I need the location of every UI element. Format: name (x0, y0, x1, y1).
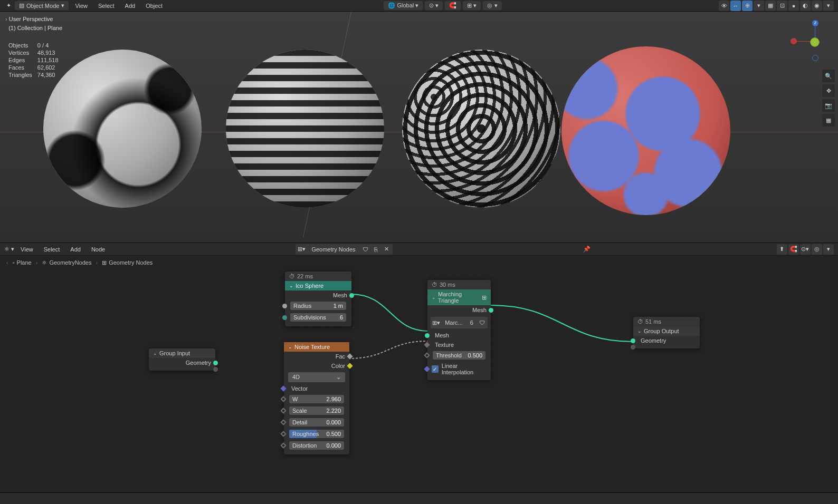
viewport-3d[interactable]: › User Perspective (1) Collection | Plan… (0, 12, 838, 243)
socket-float-field[interactable] (424, 342, 430, 347)
editor-type-icon[interactable]: ✦ (4, 2, 13, 10)
overlay-node-dropdown[interactable]: ▾ (823, 244, 834, 255)
parent-nodetree-icon[interactable]: ⬆ (777, 244, 787, 255)
pin-icon[interactable]: 📌 (583, 246, 591, 253)
menu-add[interactable]: Add (121, 2, 140, 10)
snap-toggle[interactable]: 🧲 (445, 1, 461, 10)
field-roughness[interactable]: Roughnes 0.500 (289, 430, 344, 438)
chevron-left-icon[interactable]: ‹ (6, 259, 8, 266)
snap-node-toggle[interactable]: 🧲 (788, 244, 799, 255)
gizmo-x-handle[interactable] (791, 38, 797, 44)
camera-icon[interactable]: 📷 (822, 99, 835, 112)
node-group-input[interactable]: ⌄ Group Input Geometry (149, 348, 215, 371)
socket-float-field[interactable] (280, 396, 286, 402)
shading-rendered[interactable]: ◉ (812, 1, 822, 11)
shading-material[interactable]: ◐ (800, 1, 811, 11)
group-users[interactable]: 6 (467, 319, 477, 326)
node-title[interactable]: ⌄ Marching Triangle ⊞ (427, 289, 491, 305)
gizmo-y-handle[interactable] (810, 37, 820, 47)
crumb-nodetree[interactable]: ⊞ Geometry Nodes (102, 259, 153, 266)
menu-select[interactable]: Select (94, 2, 119, 10)
socket-virtual[interactable] (631, 345, 635, 350)
node-title[interactable]: ⌄ Group Input (149, 348, 215, 358)
field-radius[interactable]: Radius 1 m (290, 302, 346, 310)
overlay-node-toggle[interactable]: ◎ (812, 244, 822, 255)
node-ico-sphere[interactable]: ⏱ 22 ms ⌄ Ico Sphere Mesh Radius 1 m Sub… (285, 272, 351, 326)
gizmo-neg-z-handle[interactable] (812, 55, 818, 61)
menu-view[interactable]: View (71, 2, 92, 10)
browse-group-icon[interactable]: ⊞▾ (432, 318, 441, 327)
node-noise-texture[interactable]: ⌄ Noise Texture Fac Color 4D ⌄ Vector W … (284, 342, 349, 454)
zoom-icon[interactable]: 🔍 (822, 70, 835, 82)
proportional-toggle[interactable]: ◎ ▾ (483, 1, 501, 10)
field-w[interactable]: W 2.960 (289, 395, 344, 403)
socket-float[interactable] (282, 304, 287, 308)
unlink-nodetree-icon[interactable]: ✕ (382, 245, 392, 254)
shading-dropdown[interactable]: ▾ (823, 1, 834, 11)
field-detail[interactable]: Detail 0.000 (289, 418, 344, 427)
ne-menu-node[interactable]: Node (87, 245, 109, 254)
orientation-selector[interactable]: 🌐 Global ▾ (384, 1, 423, 10)
field-subdivisions[interactable]: Subdivisions 6 (290, 313, 346, 322)
socket-geometry[interactable] (489, 308, 493, 313)
copy-nodetree-icon[interactable]: ⎘ (372, 245, 381, 254)
socket-in-texture: Texture (427, 340, 491, 350)
socket-geometry[interactable] (349, 293, 354, 298)
crumb-label: GeometryNodes (49, 259, 91, 266)
socket-geometry[interactable] (213, 361, 218, 365)
socket-geometry[interactable] (425, 333, 430, 338)
mode-selector[interactable]: ▧ Object Mode ▾ (15, 1, 69, 10)
socket-out-geometry: Geometry (149, 358, 215, 367)
gizmo-z-handle[interactable]: Z (812, 20, 818, 26)
node-group-output[interactable]: ⏱ 51 ms ⌄ Group Output Geometry (633, 317, 700, 348)
field-distortion[interactable]: Distortion 0.000 (289, 441, 344, 450)
ne-menu-view[interactable]: View (16, 245, 37, 254)
node-title[interactable]: ⌄ Ico Sphere (285, 281, 351, 290)
checkbox-linear[interactable]: ✓ (432, 365, 439, 373)
node-editor-canvas[interactable]: ⌄ Group Input Geometry ⏱ 22 ms ⌄ Ico Sph… (0, 269, 838, 504)
nodetree-name[interactable]: Geometry Nodes (307, 245, 359, 254)
socket-color-field[interactable] (347, 363, 353, 369)
node-title[interactable]: ⌄ Group Output (633, 326, 700, 336)
socket-float-field[interactable] (424, 352, 430, 358)
ne-menu-select[interactable]: Select (40, 245, 64, 254)
socket-virtual[interactable] (213, 367, 218, 372)
xray-toggle[interactable]: ▦ (765, 1, 776, 11)
perspective-icon[interactable]: ▦ (822, 114, 835, 127)
socket-float-field[interactable] (280, 442, 286, 448)
socket-float-field[interactable] (280, 419, 286, 425)
gizmo-toggle[interactable]: ↔ (730, 1, 741, 11)
field-threshold[interactable]: Threshold 0.500 (433, 351, 485, 360)
navigation-gizmo[interactable]: Z (795, 22, 835, 62)
nodegroup-edit-icon[interactable]: ⊞ (482, 294, 487, 301)
socket-vector-field[interactable] (280, 385, 286, 391)
field-scale[interactable]: Scale 2.220 (289, 406, 344, 415)
crumb-object[interactable]: ▫ Plane (13, 259, 32, 266)
crumb-modifier[interactable]: ⚛ GeometryNodes (42, 259, 91, 266)
pin-toggle-icon[interactable]: 🛡 (361, 245, 370, 254)
fake-user-icon[interactable]: 🛡 (478, 318, 487, 327)
menu-object[interactable]: Object (141, 2, 167, 10)
snap-node-dropdown[interactable]: ⊙▾ (800, 244, 811, 255)
nodetree-editor-icon[interactable]: ⚛ ▾ (4, 246, 14, 253)
socket-float-field[interactable] (347, 353, 353, 359)
overlay-dropdown[interactable]: ▾ (754, 1, 764, 11)
group-name[interactable]: Marc... (442, 319, 466, 326)
move-icon[interactable]: ✥ (822, 84, 835, 97)
shading-wireframe[interactable]: ⊡ (777, 1, 787, 11)
pivot-selector[interactable]: ⊙ ▾ (425, 1, 443, 10)
visibility-toggle-1[interactable]: 👁 (719, 1, 729, 11)
ne-menu-add[interactable]: Add (66, 245, 85, 254)
browse-nodetree-button[interactable]: ⊞▾ (297, 245, 306, 254)
socket-float-field[interactable] (280, 408, 286, 413)
snap-selector[interactable]: ⊞ ▾ (463, 1, 481, 10)
node-title[interactable]: ⌄ Noise Texture (284, 342, 349, 352)
socket-int[interactable] (282, 315, 287, 320)
shading-solid[interactable]: ● (788, 1, 799, 11)
socket-bool-field[interactable] (424, 366, 430, 372)
overlay-toggle[interactable]: ⊕ (742, 1, 753, 11)
node-marching-triangles[interactable]: ⏱ 30 ms ⌄ Marching Triangle ⊞ Mesh ⊞▾ Ma… (427, 280, 491, 380)
field-dimensions[interactable]: 4D ⌄ (288, 372, 345, 382)
socket-geometry[interactable] (631, 338, 635, 343)
socket-float-field[interactable] (280, 431, 286, 437)
